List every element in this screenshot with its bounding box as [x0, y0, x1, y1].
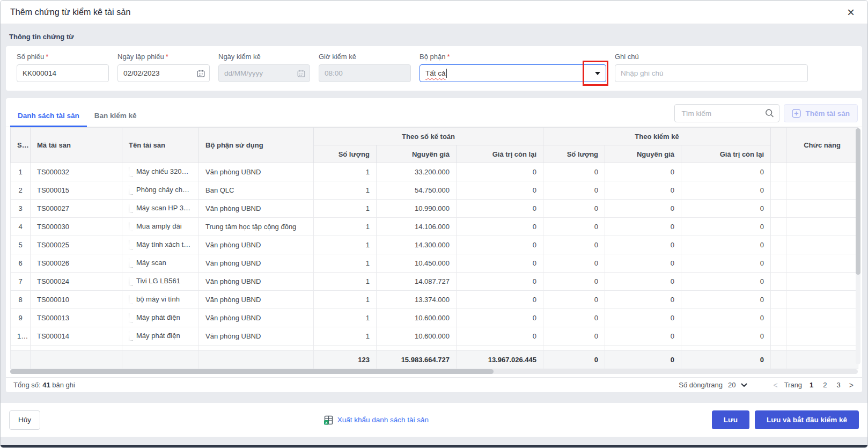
record-count-value: 41 [42, 381, 50, 389]
drag-marker-icon [129, 295, 133, 304]
cell-kk-nguyen-gia: 0 [605, 181, 681, 200]
header-stt: STT [11, 128, 31, 163]
cell-ten-tai-san: Mua amply đài [122, 218, 199, 236]
prev-page-button[interactable]: < [772, 381, 778, 390]
cell-ten-tai-san: Máy phát điện [122, 327, 199, 346]
modal-action-bar: Hủy x Xuất khẩu danh sách tài sản Lưu Lư… [1, 403, 867, 437]
total-kt-gia-tri-con-lai: 13.967.026.445 [457, 351, 543, 369]
cell-kk-so-luong: 0 [543, 273, 605, 291]
save-button[interactable]: Lưu [712, 410, 749, 429]
horizontal-scrollbar[interactable] [10, 369, 858, 374]
header-kt-gia-tri-con-lai: Giá trị còn lại [457, 145, 543, 163]
table-row[interactable]: 3TS000027Máy scan HP 3000...Văn phòng UB… [11, 200, 858, 218]
ngay-lap-phieu-input[interactable] [117, 64, 210, 82]
header-kt-so-luong: Số lượng [314, 145, 377, 163]
modal-body: Thông tin chứng từ Số phiếu* Ngày lập ph… [1, 24, 867, 445]
export-assets-link[interactable]: x Xuất khẩu danh sách tài sản [40, 415, 712, 425]
header-ten-tai-san: Tên tài sản [122, 128, 199, 163]
export-assets-label: Xuất khẩu danh sách tài sản [337, 416, 429, 424]
page-3-button[interactable]: 3 [835, 381, 843, 389]
table-row[interactable]: 10TS000014Máy phát điệnVăn phòng UBND110… [11, 327, 858, 346]
total-kk-gia-tri-con-lai: 0 [681, 351, 771, 369]
vertical-scrollbar[interactable] [856, 128, 860, 364]
search-icon[interactable] [765, 109, 774, 118]
table-row[interactable]: 6TS000026Máy scanVăn phòng UBND110.450.0… [11, 254, 858, 273]
cell-kt-nguyen-gia: 54.750.000 [377, 181, 457, 200]
cell-stt: 7 [11, 273, 31, 291]
table-row[interactable]: 5TS000025Máy tính xách tay ...Văn phòng … [11, 236, 858, 254]
cell-kk-so-luong: 0 [543, 200, 605, 218]
total-kt-nguyen-gia: 15.983.664.727 [377, 351, 457, 369]
cell-kt-gia-tri-con-lai: 0 [457, 291, 543, 309]
chevron-down-icon [741, 383, 747, 387]
cell-stt: 5 [11, 236, 31, 254]
cell-kk-so-luong: 0 [543, 291, 605, 309]
cell-stt: 1 [11, 163, 31, 181]
calendar-icon[interactable] [197, 69, 205, 77]
cell-kt-nguyen-gia: 14.300.000 [377, 236, 457, 254]
save-and-start-button[interactable]: Lưu và bắt đầu kiểm kê [755, 410, 859, 429]
cell-ma-tai-san: TS000010 [31, 291, 122, 309]
field-gio-kiem-ke: Giờ kiểm kê [319, 53, 411, 82]
cell-ma-tai-san: TS000025 [31, 236, 122, 254]
add-asset-button[interactable]: Thêm tài sản [784, 104, 858, 122]
cell-kt-nguyen-gia: 10.990.000 [377, 200, 457, 218]
cancel-button[interactable]: Hủy [9, 410, 40, 430]
cell-kk-gia-tri-con-lai: 0 [681, 273, 771, 291]
field-ngay-lap-phieu: Ngày lập phiếu* [117, 53, 210, 82]
close-icon[interactable]: × [844, 5, 858, 20]
cell-kk-nguyen-gia: 0 [605, 273, 681, 291]
header-ma-tai-san: Mã tài sản [31, 128, 122, 163]
cell-chuc-nang [786, 291, 858, 309]
cell-kk-so-luong: 0 [543, 218, 605, 236]
header-kk-gia-tri-con-lai: Giá trị còn lại [681, 145, 771, 163]
vertical-scrollbar-thumb[interactable] [856, 128, 860, 275]
field-label: Số phiếu [17, 53, 44, 61]
cell-ma-tai-san: TS000024 [31, 273, 122, 291]
modal-title: Thêm chứng từ kiểm kê tài sản [10, 8, 130, 17]
table-row[interactable]: 7TS000024Tivi LG LB561Văn phòng UBND114.… [11, 273, 858, 291]
field-label: Giờ kiểm kê [319, 53, 411, 61]
totals-row: 123 15.983.664.727 13.967.026.445 0 0 0 [11, 351, 858, 369]
cell-kt-gia-tri-con-lai: 0 [457, 254, 543, 273]
cell-kt-gia-tri-con-lai: 0 [457, 236, 543, 254]
cell-kk-so-luong: 0 [543, 181, 605, 200]
calendar-icon [297, 69, 305, 77]
header-kt-nguyen-gia: Nguyên giá [377, 145, 457, 163]
page-2-button[interactable]: 2 [821, 381, 829, 389]
cell-chuc-nang [786, 218, 858, 236]
header-bo-phan-su-dung: Bộ phận sử dụng [199, 128, 314, 163]
table-row[interactable]: 8TS000010bộ máy vi tínhVăn phòng UBND113… [11, 291, 858, 309]
field-label: Bộ phận [420, 53, 445, 61]
cell-kk-gia-tri-con-lai: 0 [681, 309, 771, 327]
field-bo-phan: Bộ phận* Tất cả [420, 53, 606, 82]
table-row[interactable]: 1TS000032Máy chiếu 3200 An...Văn phòng U… [11, 163, 858, 181]
search-input[interactable] [674, 104, 779, 122]
so-phieu-input[interactable] [17, 64, 109, 82]
tabs-toolbar: Danh sách tài sản Ban kiểm kê Th [6, 98, 862, 127]
table-row[interactable]: 9TS000013Máy phát điệnVăn phòng UBND110.… [11, 309, 858, 327]
cell-spacer [771, 309, 786, 327]
dropdown-arrow-icon[interactable] [595, 65, 600, 82]
field-label: Ngày kiểm kê [218, 53, 310, 61]
total-kk-so-luong: 0 [543, 351, 605, 369]
next-page-button[interactable]: > [848, 381, 855, 390]
tab-danh-sach-tai-san[interactable]: Danh sách tài sản [10, 112, 87, 127]
cell-ten-tai-san: Máy scan [122, 254, 199, 273]
table-row[interactable]: 2TS000015Phòng cháy chữa c...Ban QLC154.… [11, 181, 858, 200]
bo-phan-combobox[interactable]: Tất cả [420, 64, 606, 82]
spacer-row [11, 346, 858, 351]
cell-spacer [771, 200, 786, 218]
cell-kt-nguyen-gia: 10.600.000 [377, 327, 457, 346]
ghi-chu-input[interactable] [615, 64, 808, 82]
cell-kk-so-luong: 0 [543, 309, 605, 327]
rows-per-page-select[interactable]: Số dòng/trang 20 [679, 381, 747, 389]
horizontal-scrollbar-thumb[interactable] [10, 369, 494, 374]
cell-kk-nguyen-gia: 0 [605, 291, 681, 309]
page-1-button[interactable]: 1 [807, 381, 815, 389]
cell-bo-phan-su-dung: Văn phòng UBND [199, 273, 314, 291]
cell-kt-so-luong: 1 [314, 327, 377, 346]
field-ngay-kiem-ke: Ngày kiểm kê [218, 53, 310, 82]
table-row[interactable]: 4TS000030Mua amply đàiTrung tâm học tập … [11, 218, 858, 236]
tab-ban-kiem-ke[interactable]: Ban kiểm kê [87, 112, 144, 127]
